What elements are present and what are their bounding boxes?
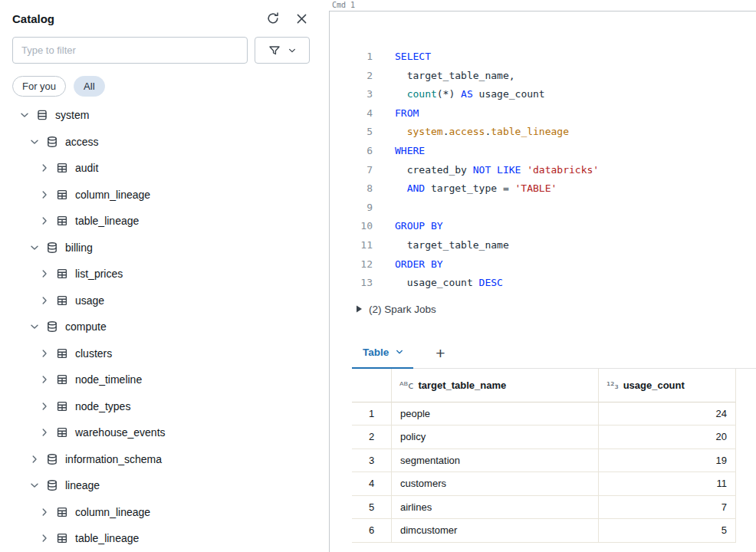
line-number: 11 [330, 236, 373, 255]
schema-icon [45, 241, 59, 255]
pill-for-you[interactable]: For you [12, 76, 66, 97]
code-line: 3 count(*) AS usage_count [330, 85, 756, 104]
results-header-row: ᴬᴮᴄtarget_table_name¹²₃usage_count [352, 369, 736, 402]
chevron-right-icon[interactable] [38, 400, 51, 412]
tree-item-label: column_lineage [75, 506, 150, 518]
line-number: 8 [330, 179, 373, 199]
tab-table[interactable]: Table [352, 347, 413, 369]
chevron-right-icon[interactable] [38, 162, 51, 174]
code-line: 2 target_table_name, [330, 67, 756, 86]
tree-item-label: system [55, 109, 89, 121]
tree-item-lineage[interactable]: lineage [12, 472, 310, 499]
cell-usage-count: 19 [599, 449, 736, 473]
table-row[interactable]: 1people24 [352, 402, 736, 426]
code-line: 9 [330, 199, 756, 218]
tree-item-usage[interactable]: usage [12, 288, 310, 314]
row-number-cell: 2 [352, 426, 392, 449]
row-number-cell: 5 [352, 496, 392, 520]
chevron-right-icon[interactable] [28, 453, 41, 465]
table-icon [55, 294, 69, 307]
catalog-header-actions [265, 10, 310, 27]
column-header-label: target_table_name [418, 380, 506, 391]
filter-input[interactable] [12, 37, 248, 64]
pill-all[interactable]: All [74, 76, 104, 97]
refresh-button[interactable] [265, 10, 281, 27]
tree-item-list_prices[interactable]: list_prices [12, 261, 310, 288]
chevron-down-icon [288, 46, 297, 55]
tree-item-access[interactable]: access [12, 129, 310, 156]
close-button[interactable] [294, 11, 310, 27]
chevron-down-icon[interactable] [18, 109, 31, 121]
line-number: 1 [330, 48, 373, 67]
spark-jobs-toggle[interactable]: (2) Spark Jobs [356, 304, 756, 315]
code-line: 5 system.access.table_lineage [330, 123, 756, 142]
table-row[interactable]: 4customers11 [352, 472, 736, 496]
chevron-right-icon[interactable] [38, 347, 51, 360]
chevron-right-icon[interactable] [38, 268, 51, 280]
tree-item-table_lineage[interactable]: table_lineage [12, 525, 310, 552]
row-number-cell: 4 [352, 472, 392, 496]
line-number: 5 [330, 123, 373, 142]
tree-item-label: usage [75, 294, 104, 307]
line-number: 3 [330, 85, 373, 104]
tree-item-compute[interactable]: compute [12, 314, 310, 340]
column-header-usage_count[interactable]: ¹²₃usage_count [599, 369, 736, 402]
tree-item-table_lineage[interactable]: table_lineage [12, 208, 310, 235]
catalog-panel: Catalog For youAll [0, 0, 322, 552]
add-visualization-button[interactable]: + [432, 345, 448, 368]
line-number: 13 [330, 274, 373, 293]
tree-item-label: information_schema [65, 453, 162, 465]
table-icon [55, 161, 69, 175]
code-editor[interactable]: 1SELECT2 target_table_name,3 count(*) AS… [330, 12, 756, 293]
chevron-down-icon[interactable] [28, 136, 41, 148]
column-header-target_table_name[interactable]: ᴬᴮᴄtarget_table_name [392, 369, 599, 402]
funnel-icon [268, 44, 281, 57]
code-text: target_table_name, [395, 67, 515, 86]
close-icon [295, 12, 308, 25]
tree-item-column_lineage[interactable]: column_lineage [12, 499, 310, 526]
chevron-right-icon[interactable] [38, 215, 51, 227]
tree-item-label: billing [65, 242, 93, 254]
filter-dropdown-button[interactable] [255, 37, 310, 64]
string-type-icon: ᴬᴮᴄ [399, 380, 413, 391]
chevron-right-icon[interactable] [38, 506, 51, 518]
chevron-down-icon[interactable] [28, 320, 41, 333]
chevron-right-icon[interactable] [38, 189, 51, 201]
table-icon [55, 188, 69, 202]
code-text: count(*) AS usage_count [395, 85, 545, 104]
table-icon [55, 531, 69, 545]
tree-item-warehouse_events[interactable]: warehouse_events [12, 419, 310, 446]
line-number: 6 [330, 142, 373, 161]
tree-item-label: node_types [75, 400, 130, 412]
chevron-right-icon[interactable] [38, 294, 51, 307]
code-line: 6WHERE [330, 142, 756, 161]
table-row[interactable]: 3segmentation19 [352, 449, 736, 473]
chevron-down-icon[interactable] [28, 479, 41, 491]
tree-item-column_lineage[interactable]: column_lineage [12, 182, 310, 209]
code-line: 10GROUP BY [330, 217, 756, 236]
tree-item-node_timeline[interactable]: node_timeline [12, 366, 310, 393]
tree-item-audit[interactable]: audit [12, 155, 310, 182]
line-number: 4 [330, 104, 373, 123]
code-text: WHERE [395, 142, 425, 161]
line-number: 2 [330, 67, 373, 86]
chevron-right-icon[interactable] [38, 373, 51, 386]
chevron-down-icon[interactable] [28, 242, 41, 254]
cell-target-table-name: customers [392, 472, 599, 496]
chevron-right-icon[interactable] [38, 532, 51, 544]
tree-item-billing[interactable]: billing [12, 235, 310, 261]
cell-target-table-name: dimcustomer [392, 519, 599, 543]
table-icon [55, 214, 69, 228]
chevron-right-icon[interactable] [38, 426, 51, 439]
code-text: created_by NOT LIKE 'databricks' [395, 161, 599, 180]
tree-item-node_types[interactable]: node_types [12, 393, 310, 420]
tree-item-clusters[interactable]: clusters [12, 340, 310, 367]
tree-item-system[interactable]: system [12, 102, 310, 129]
table-icon [55, 347, 69, 360]
table-row[interactable]: 2policy20 [352, 426, 736, 449]
code-text: target_table_name [395, 236, 509, 255]
table-row[interactable]: 5airlines7 [352, 496, 736, 520]
tree-item-information_schema[interactable]: information_schema [12, 446, 310, 473]
tree-item-label: table_lineage [75, 215, 139, 227]
table-row[interactable]: 6dimcustomer5 [352, 519, 736, 543]
